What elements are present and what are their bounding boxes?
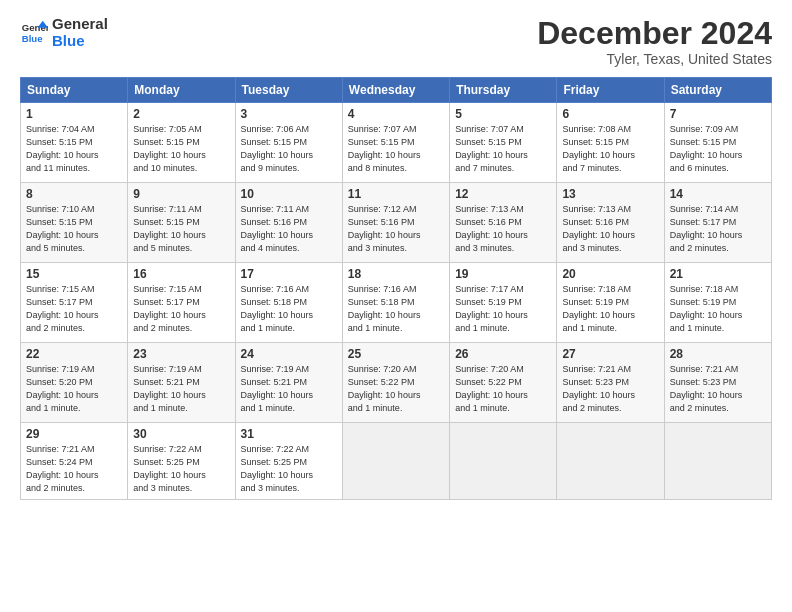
table-row: 28Sunrise: 7:21 AM Sunset: 5:23 PM Dayli… — [664, 343, 771, 423]
day-number: 5 — [455, 107, 551, 121]
table-row: 29Sunrise: 7:21 AM Sunset: 5:24 PM Dayli… — [21, 423, 128, 500]
table-row — [664, 423, 771, 500]
table-row: 3Sunrise: 7:06 AM Sunset: 5:15 PM Daylig… — [235, 103, 342, 183]
day-number: 7 — [670, 107, 766, 121]
header-monday: Monday — [128, 78, 235, 103]
calendar-week-row: 29Sunrise: 7:21 AM Sunset: 5:24 PM Dayli… — [21, 423, 772, 500]
day-info: Sunrise: 7:20 AM Sunset: 5:22 PM Dayligh… — [348, 363, 444, 415]
day-info: Sunrise: 7:16 AM Sunset: 5:18 PM Dayligh… — [241, 283, 337, 335]
table-row: 18Sunrise: 7:16 AM Sunset: 5:18 PM Dayli… — [342, 263, 449, 343]
day-number: 23 — [133, 347, 229, 361]
page: General Blue General Blue December 2024 … — [0, 0, 792, 612]
table-row: 16Sunrise: 7:15 AM Sunset: 5:17 PM Dayli… — [128, 263, 235, 343]
day-number: 31 — [241, 427, 337, 441]
table-row: 27Sunrise: 7:21 AM Sunset: 5:23 PM Dayli… — [557, 343, 664, 423]
day-number: 25 — [348, 347, 444, 361]
day-info: Sunrise: 7:11 AM Sunset: 5:15 PM Dayligh… — [133, 203, 229, 255]
day-info: Sunrise: 7:06 AM Sunset: 5:15 PM Dayligh… — [241, 123, 337, 175]
logo-icon: General Blue — [20, 19, 48, 47]
day-number: 6 — [562, 107, 658, 121]
day-info: Sunrise: 7:07 AM Sunset: 5:15 PM Dayligh… — [348, 123, 444, 175]
header: General Blue General Blue December 2024 … — [20, 16, 772, 67]
day-number: 11 — [348, 187, 444, 201]
day-number: 4 — [348, 107, 444, 121]
day-number: 27 — [562, 347, 658, 361]
day-number: 13 — [562, 187, 658, 201]
table-row — [342, 423, 449, 500]
table-row: 4Sunrise: 7:07 AM Sunset: 5:15 PM Daylig… — [342, 103, 449, 183]
title-block: December 2024 Tyler, Texas, United State… — [537, 16, 772, 67]
day-info: Sunrise: 7:13 AM Sunset: 5:16 PM Dayligh… — [562, 203, 658, 255]
table-row — [557, 423, 664, 500]
table-row: 2Sunrise: 7:05 AM Sunset: 5:15 PM Daylig… — [128, 103, 235, 183]
table-row: 19Sunrise: 7:17 AM Sunset: 5:19 PM Dayli… — [450, 263, 557, 343]
svg-text:Blue: Blue — [22, 32, 43, 43]
calendar-header-row: Sunday Monday Tuesday Wednesday Thursday… — [21, 78, 772, 103]
day-info: Sunrise: 7:15 AM Sunset: 5:17 PM Dayligh… — [133, 283, 229, 335]
table-row: 5Sunrise: 7:07 AM Sunset: 5:15 PM Daylig… — [450, 103, 557, 183]
header-thursday: Thursday — [450, 78, 557, 103]
day-info: Sunrise: 7:11 AM Sunset: 5:16 PM Dayligh… — [241, 203, 337, 255]
day-number: 16 — [133, 267, 229, 281]
day-number: 17 — [241, 267, 337, 281]
location: Tyler, Texas, United States — [537, 51, 772, 67]
calendar-week-row: 1Sunrise: 7:04 AM Sunset: 5:15 PM Daylig… — [21, 103, 772, 183]
day-number: 14 — [670, 187, 766, 201]
table-row: 6Sunrise: 7:08 AM Sunset: 5:15 PM Daylig… — [557, 103, 664, 183]
day-info: Sunrise: 7:12 AM Sunset: 5:16 PM Dayligh… — [348, 203, 444, 255]
day-info: Sunrise: 7:21 AM Sunset: 5:24 PM Dayligh… — [26, 443, 122, 495]
day-number: 8 — [26, 187, 122, 201]
day-info: Sunrise: 7:13 AM Sunset: 5:16 PM Dayligh… — [455, 203, 551, 255]
table-row: 22Sunrise: 7:19 AM Sunset: 5:20 PM Dayli… — [21, 343, 128, 423]
header-saturday: Saturday — [664, 78, 771, 103]
logo-line2: Blue — [52, 33, 108, 50]
day-info: Sunrise: 7:19 AM Sunset: 5:21 PM Dayligh… — [133, 363, 229, 415]
table-row: 8Sunrise: 7:10 AM Sunset: 5:15 PM Daylig… — [21, 183, 128, 263]
logo-line1: General — [52, 16, 108, 33]
day-info: Sunrise: 7:17 AM Sunset: 5:19 PM Dayligh… — [455, 283, 551, 335]
calendar-table: Sunday Monday Tuesday Wednesday Thursday… — [20, 77, 772, 500]
day-info: Sunrise: 7:14 AM Sunset: 5:17 PM Dayligh… — [670, 203, 766, 255]
table-row: 9Sunrise: 7:11 AM Sunset: 5:15 PM Daylig… — [128, 183, 235, 263]
day-number: 1 — [26, 107, 122, 121]
day-info: Sunrise: 7:20 AM Sunset: 5:22 PM Dayligh… — [455, 363, 551, 415]
calendar-week-row: 15Sunrise: 7:15 AM Sunset: 5:17 PM Dayli… — [21, 263, 772, 343]
day-number: 29 — [26, 427, 122, 441]
day-number: 28 — [670, 347, 766, 361]
table-row — [450, 423, 557, 500]
calendar-week-row: 8Sunrise: 7:10 AM Sunset: 5:15 PM Daylig… — [21, 183, 772, 263]
table-row: 17Sunrise: 7:16 AM Sunset: 5:18 PM Dayli… — [235, 263, 342, 343]
day-info: Sunrise: 7:04 AM Sunset: 5:15 PM Dayligh… — [26, 123, 122, 175]
day-number: 26 — [455, 347, 551, 361]
table-row: 1Sunrise: 7:04 AM Sunset: 5:15 PM Daylig… — [21, 103, 128, 183]
day-info: Sunrise: 7:19 AM Sunset: 5:20 PM Dayligh… — [26, 363, 122, 415]
day-info: Sunrise: 7:08 AM Sunset: 5:15 PM Dayligh… — [562, 123, 658, 175]
day-number: 22 — [26, 347, 122, 361]
day-info: Sunrise: 7:21 AM Sunset: 5:23 PM Dayligh… — [562, 363, 658, 415]
table-row: 14Sunrise: 7:14 AM Sunset: 5:17 PM Dayli… — [664, 183, 771, 263]
table-row: 12Sunrise: 7:13 AM Sunset: 5:16 PM Dayli… — [450, 183, 557, 263]
day-info: Sunrise: 7:09 AM Sunset: 5:15 PM Dayligh… — [670, 123, 766, 175]
day-info: Sunrise: 7:05 AM Sunset: 5:15 PM Dayligh… — [133, 123, 229, 175]
table-row: 13Sunrise: 7:13 AM Sunset: 5:16 PM Dayli… — [557, 183, 664, 263]
table-row: 21Sunrise: 7:18 AM Sunset: 5:19 PM Dayli… — [664, 263, 771, 343]
day-number: 30 — [133, 427, 229, 441]
day-number: 10 — [241, 187, 337, 201]
day-info: Sunrise: 7:15 AM Sunset: 5:17 PM Dayligh… — [26, 283, 122, 335]
day-number: 19 — [455, 267, 551, 281]
day-number: 24 — [241, 347, 337, 361]
day-number: 3 — [241, 107, 337, 121]
day-info: Sunrise: 7:19 AM Sunset: 5:21 PM Dayligh… — [241, 363, 337, 415]
day-number: 12 — [455, 187, 551, 201]
table-row: 30Sunrise: 7:22 AM Sunset: 5:25 PM Dayli… — [128, 423, 235, 500]
table-row: 7Sunrise: 7:09 AM Sunset: 5:15 PM Daylig… — [664, 103, 771, 183]
table-row: 20Sunrise: 7:18 AM Sunset: 5:19 PM Dayli… — [557, 263, 664, 343]
day-info: Sunrise: 7:18 AM Sunset: 5:19 PM Dayligh… — [562, 283, 658, 335]
table-row: 10Sunrise: 7:11 AM Sunset: 5:16 PM Dayli… — [235, 183, 342, 263]
calendar-week-row: 22Sunrise: 7:19 AM Sunset: 5:20 PM Dayli… — [21, 343, 772, 423]
table-row: 24Sunrise: 7:19 AM Sunset: 5:21 PM Dayli… — [235, 343, 342, 423]
day-number: 9 — [133, 187, 229, 201]
day-number: 2 — [133, 107, 229, 121]
day-info: Sunrise: 7:10 AM Sunset: 5:15 PM Dayligh… — [26, 203, 122, 255]
day-number: 15 — [26, 267, 122, 281]
